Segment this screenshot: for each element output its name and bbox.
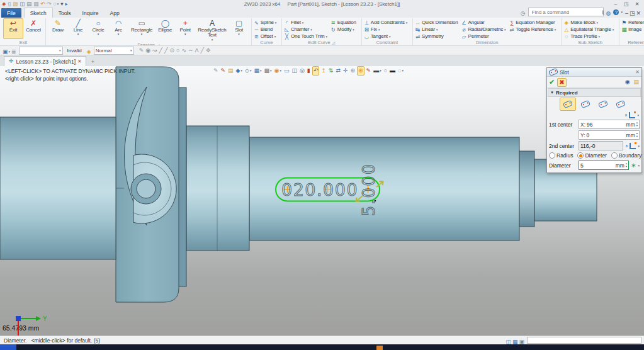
dim-width-text[interactable]: 5.000 (359, 163, 378, 216)
trace-profile-dropdown[interactable]: ▾ (599, 35, 600, 38)
y-spinner[interactable]: ▴▾ (636, 132, 638, 138)
sketch-tab-icon[interactable]: ✛ (8, 58, 14, 65)
ribbon-button-rectangle[interactable]: ▭Rectangle▾ (128, 18, 155, 42)
undo-icon[interactable]: ↶ (40, 1, 45, 8)
ribbon-button-spline[interactable]: ∿Spline▾ (254, 19, 276, 26)
offset-dropdown[interactable]: ▾ (274, 35, 276, 38)
radio-radius[interactable]: Radius (549, 152, 573, 159)
background-icon-dropdown[interactable]: ▾ (280, 69, 281, 72)
fillet-dropdown[interactable]: ▾ (302, 21, 303, 25)
ribbon-button-exit[interactable]: ↩Exit (3, 18, 23, 39)
new-file-icon[interactable]: ▯ (8, 1, 12, 8)
save-icon[interactable]: ◫ (19, 1, 25, 8)
notification-icon[interactable]: ◷ (520, 10, 526, 18)
ribbon-button-make-block[interactable]: ◈Make Block▾ (563, 19, 614, 26)
one-touch-trim-dropdown[interactable]: ▾ (326, 35, 327, 38)
circle-dropdown[interactable]: ▾ (98, 33, 99, 36)
first-center-x-field[interactable]: X: 96 mm ▴▾ (579, 120, 640, 129)
plane-select-dropdown[interactable]: ▾ (637, 113, 639, 117)
ribbon-button-equation[interactable]: ≅Equation (330, 19, 356, 26)
expand-inputs-icon[interactable]: » (624, 144, 629, 147)
ribbon-button-linear[interactable]: ↹Linear▾ (415, 26, 458, 33)
diameter-field[interactable]: 5 mm ▴▾ (579, 161, 629, 170)
ribbon-button-circle[interactable]: ○Circle▾ (88, 18, 108, 42)
face-display-icon-dropdown[interactable]: ▾ (260, 69, 262, 72)
background-icon[interactable]: ◉▾ (274, 67, 282, 75)
point-dropdown[interactable]: ▾ (184, 33, 186, 36)
ribbon-button-image[interactable]: ▦Image (621, 26, 644, 33)
sketch-reference-icon[interactable]: ◈ (86, 48, 92, 56)
part-cylinder-left[interactable] (0, 117, 116, 259)
color-bar-icon[interactable]: ▮ (307, 67, 311, 75)
layer-combo-dropdown[interactable]: ▾ (59, 48, 61, 52)
slot-type-through-points[interactable] (595, 98, 611, 111)
ribbon-tab-tools[interactable]: Tools (53, 8, 77, 18)
taskbar-start-button[interactable] (0, 344, 16, 350)
slot-type-arc[interactable] (613, 98, 629, 111)
ribbon-button-offset[interactable]: ≋Offset▾ (254, 33, 276, 40)
ribbon-tab-app[interactable]: App (105, 8, 125, 18)
second-plane-select-icon[interactable] (630, 143, 636, 149)
ribbon-button-arc[interactable]: ◠Arc▾ (108, 18, 128, 42)
flange-hole-inner[interactable] (137, 179, 155, 198)
rotate-center-icon[interactable]: ⊕ (357, 66, 364, 76)
ribbon-close-icon[interactable]: ✕ (635, 10, 641, 18)
section-view-icon[interactable]: ▬▾ (373, 67, 382, 75)
view-orientation-icon[interactable]: ◆▾ (235, 67, 243, 75)
open-folder-icon[interactable]: ▨ (12, 1, 18, 8)
cancel-button[interactable]: ✖ (557, 78, 566, 87)
new-tab-button[interactable]: + (86, 57, 99, 66)
ribbon-button-reference[interactable]: ⚑Reference▾ (621, 19, 644, 26)
style-combo[interactable]: Normal ▾ (94, 47, 134, 55)
ribbon-button-ellipse[interactable]: ◯Ellipse (155, 18, 175, 42)
radio-diameter[interactable]: Diameter (577, 152, 606, 159)
ribbon-button-readysketch-text[interactable]: AReadySketchText▾ (195, 18, 229, 42)
redo-icon[interactable]: ↷ (46, 1, 52, 8)
ribbon-button-tangent[interactable]: ◡Tangent▾ (364, 33, 407, 40)
group-expander-icon[interactable]: ◿ (332, 40, 336, 45)
sync-views-icon[interactable]: ⇅ (328, 67, 334, 75)
diameter-spinner[interactable]: ▴▾ (626, 162, 627, 169)
chamfer-dropdown[interactable]: ▾ (310, 28, 312, 31)
curve-filter-icon[interactable]: ∼ (188, 47, 194, 54)
undo-view-icon[interactable]: ↶ (312, 66, 320, 76)
line2-filter-icon[interactable]: ╱ (164, 47, 168, 54)
ribbon-tab-inquire[interactable]: Inquire (77, 8, 105, 18)
edit-sketch-icon[interactable]: ✎ (366, 67, 372, 75)
segment-filter-icon[interactable]: ╱ (200, 47, 205, 54)
linear-dropdown[interactable]: ▾ (436, 28, 438, 31)
radio-boundary[interactable]: Boundary (611, 152, 641, 159)
zw3d-logo-icon[interactable]: ◈ (1, 1, 7, 8)
grid-icon-dropdown[interactable]: ▾ (270, 69, 272, 72)
slot-dropdown[interactable]: ▾ (238, 33, 240, 36)
part-flange-rim[interactable] (178, 88, 186, 286)
ribbon-tab-sketch[interactable]: Sketch (24, 8, 53, 18)
ribbon-button-chamfer[interactable]: ◺Chamfer▾ (284, 26, 327, 33)
ribbon-button-trace-profile[interactable]: ◌Trace Profile▾ (563, 33, 614, 40)
display-manager-icon[interactable]: ▣▾ (2, 48, 11, 56)
rectangle-dropdown[interactable]: ▾ (141, 33, 143, 36)
section-view-icon-dropdown[interactable]: ▾ (380, 69, 381, 72)
viewport[interactable]: 020.000 5.000 65.4793 mm Y <LEFT-CLICK> … (0, 66, 644, 336)
pick-style-icon[interactable]: ✎ (138, 47, 145, 54)
expression-icon[interactable]: ∗ (631, 162, 636, 169)
ribbon-button-add-constraints[interactable]: ⊥Add Constraints▾ (364, 19, 407, 26)
ok-button[interactable]: ✔ (549, 78, 555, 86)
viewport-layout-icon[interactable]: ▭ (283, 67, 290, 75)
diameter-value[interactable]: 5 (580, 162, 614, 169)
readysketch-text-dropdown[interactable]: ▾ (212, 38, 213, 42)
slot-type-center-length[interactable] (577, 98, 594, 111)
radio-diameter-circle[interactable] (577, 152, 584, 159)
line-dropdown[interactable]: ▾ (77, 33, 79, 36)
hand-filter-icon[interactable]: ✥ (205, 47, 212, 54)
required-section-header[interactable]: ▼ Required (548, 88, 641, 97)
circle-filter-icon[interactable]: ⊙ (169, 47, 175, 54)
ribbon-button-fix[interactable]: ⊠Fix▾ (364, 26, 407, 33)
ribbon-button-angular[interactable]: ∠Angular (461, 19, 506, 26)
ribbon-button-point[interactable]: +Point▾ (175, 18, 195, 42)
ribbon-float-icon[interactable]: ◳ (629, 10, 636, 18)
radial-diametric-dropdown[interactable]: ▾ (504, 28, 506, 31)
ring-display-icon[interactable]: ○ (383, 67, 388, 75)
style-combo-dropdown[interactable]: ▾ (130, 48, 132, 52)
second-center-value[interactable]: 116,-0 (580, 143, 621, 149)
